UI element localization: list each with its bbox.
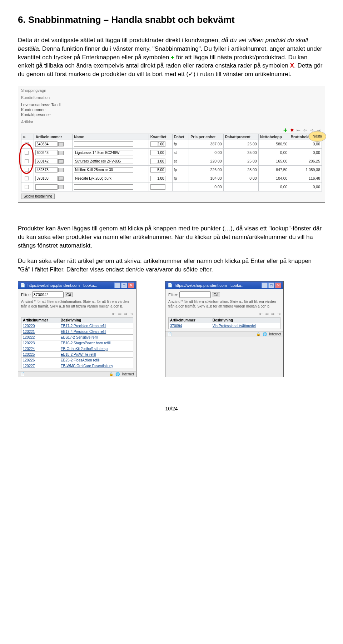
artnr-link[interactable]: 120220: [23, 324, 35, 328]
first-page-icon[interactable]: ⇤: [297, 128, 300, 133]
filter-help-text: Använd * för att filtrera sökinformation…: [21, 299, 133, 309]
artnr-link[interactable]: 120222: [23, 335, 35, 339]
row-checkbox[interactable]: [25, 185, 29, 189]
desc-link[interactable]: EB-WMC OralCare Essentials ny: [61, 364, 113, 368]
add-row-icon[interactable]: ✚: [283, 128, 287, 133]
lookup-button[interactable]: …: [58, 185, 64, 189]
qty-input[interactable]: [150, 159, 165, 164]
cart-contact: Kontaktpersoner:: [21, 113, 322, 117]
table-row: 120226EB25-2 FlossAction refill: [21, 357, 133, 363]
window-max-icon[interactable]: □: [121, 283, 127, 288]
send-order-button[interactable]: Skicka beställning: [21, 194, 55, 199]
popup-pager: ⇤ ⇦ ⇨ ⇥: [21, 311, 133, 316]
window-close-icon[interactable]: ✕: [128, 283, 134, 288]
qty-input[interactable]: [150, 184, 165, 190]
artnr-link[interactable]: 120221: [23, 330, 35, 334]
next-page-icon[interactable]: ⇨: [124, 311, 128, 316]
unit-cell: fp: [172, 140, 189, 148]
paragraph-1: Detta är det vanligaste sättet att lägga…: [18, 36, 325, 79]
popup-titlebar: 📄 https://webshop.plandent.com - Looku..…: [18, 281, 136, 289]
name-input[interactable]: [74, 176, 133, 181]
prev-page-icon[interactable]: ⇦: [118, 311, 121, 316]
filter-go-button[interactable]: Gå: [65, 293, 73, 297]
row-checkbox[interactable]: [25, 168, 29, 172]
artnr-link[interactable]: 120226: [23, 358, 35, 362]
row-checkbox[interactable]: [25, 151, 29, 155]
shopping-cart-screenshot: Shoppingvagn Kundinformation Leveransadr…: [18, 86, 325, 203]
lookup-button[interactable]: …: [58, 159, 64, 164]
artnr-input[interactable]: [35, 141, 58, 147]
artnr-input[interactable]: [35, 184, 58, 190]
desc-link[interactable]: EBS17-2 Sensitive refill: [61, 335, 98, 339]
popup-favicon: 📄: [20, 283, 25, 288]
lookup-col-desc[interactable]: Beskrivning: [59, 317, 133, 323]
zone-icon: 🌐: [115, 372, 120, 376]
col-name[interactable]: Namn: [72, 134, 149, 140]
artnr-input[interactable]: [35, 159, 58, 164]
qty-input[interactable]: [150, 150, 165, 155]
window-max-icon[interactable]: □: [268, 283, 274, 288]
col-artnr[interactable]: Artikelnummer: [34, 134, 72, 140]
lookup-button[interactable]: …: [58, 151, 64, 155]
artnr-link[interactable]: 120227: [23, 364, 35, 368]
last-page-icon[interactable]: ⇥: [130, 311, 133, 316]
first-page-icon[interactable]: ⇤: [259, 311, 263, 316]
desc-link[interactable]: EB17-4 Precision Clean refill: [61, 330, 106, 334]
prev-page-icon[interactable]: ⇦: [303, 128, 307, 133]
qty-input[interactable]: [150, 176, 165, 181]
artnr-link[interactable]: 120225: [23, 353, 35, 356]
last-page-icon[interactable]: ⇥: [277, 311, 280, 316]
qty-input[interactable]: [150, 167, 165, 173]
col-price[interactable]: Pris per enhet: [189, 134, 224, 140]
net-cell: 104,00: [258, 174, 289, 183]
row-checkbox[interactable]: [25, 159, 29, 164]
name-input[interactable]: [74, 167, 133, 173]
artnr-link[interactable]: 120223: [23, 341, 35, 345]
artnr-input[interactable]: [35, 167, 58, 173]
price-cell: 387,00: [189, 140, 224, 148]
filter-input[interactable]: [179, 291, 211, 298]
table-row: 120222EBS17-2 Sensitive refill: [21, 334, 133, 340]
row-checkbox[interactable]: [25, 176, 29, 181]
col-qty[interactable]: Kvantitet: [149, 134, 172, 140]
desc-link[interactable]: EB18-2 ProWhite refill: [61, 353, 96, 356]
lookup-col-desc[interactable]: Beskrivning: [211, 317, 280, 323]
desc-link[interactable]: EB-OrthoKit 2ortho/1stIntersp: [61, 347, 108, 351]
lookup-col-art[interactable]: Artikelnummer: [169, 317, 211, 323]
next-page-icon[interactable]: ⇨: [271, 311, 275, 316]
filter-input[interactable]: [32, 291, 64, 298]
window-close-icon[interactable]: ✕: [275, 283, 281, 288]
qty-input[interactable]: [150, 141, 165, 147]
popup-favicon: 📄: [168, 283, 173, 288]
prev-page-icon[interactable]: ⇦: [265, 311, 269, 316]
filter-go-button[interactable]: Gå: [212, 293, 220, 297]
lookup-button[interactable]: …: [58, 142, 64, 146]
col-unit[interactable]: Enhet: [172, 134, 189, 140]
window-min-icon[interactable]: _: [114, 283, 120, 288]
col-discount[interactable]: Rabattprocent: [223, 134, 258, 140]
filter-label: Filter:: [168, 293, 178, 297]
name-input[interactable]: [74, 159, 133, 164]
window-min-icon[interactable]: _: [262, 283, 268, 288]
artnr-link[interactable]: 120224: [23, 347, 35, 351]
first-page-icon[interactable]: ⇤: [112, 311, 116, 316]
desc-link[interactable]: EB25-2 FlossAction refill: [61, 358, 100, 362]
col-net[interactable]: Nettobelopp: [258, 134, 289, 140]
lookup-button[interactable]: …: [58, 168, 64, 172]
lookup-col-art[interactable]: Artikelnummer: [21, 317, 59, 323]
artnr-link[interactable]: 370094: [170, 324, 182, 328]
desc-link[interactable]: Via Professional tvättmedel: [213, 324, 256, 328]
delete-row-icon[interactable]: ✖: [290, 128, 294, 133]
gross-cell: 0,00: [289, 183, 322, 191]
desc-link[interactable]: EB17-2 Precision Clean refill: [61, 324, 106, 328]
artnr-input[interactable]: [35, 176, 58, 181]
table-row: 120224EB-OrthoKit 2ortho/1stIntersp: [21, 346, 133, 351]
row-checkbox[interactable]: [25, 142, 29, 146]
artnr-input[interactable]: [35, 150, 58, 155]
name-input[interactable]: [74, 141, 133, 147]
lookup-button[interactable]: …: [58, 176, 64, 181]
name-input[interactable]: [74, 184, 133, 190]
desc-link[interactable]: EB10-2 StagesPower barn refill: [61, 341, 111, 345]
col-check[interactable]: ∞: [21, 134, 34, 140]
name-input[interactable]: [74, 150, 133, 155]
